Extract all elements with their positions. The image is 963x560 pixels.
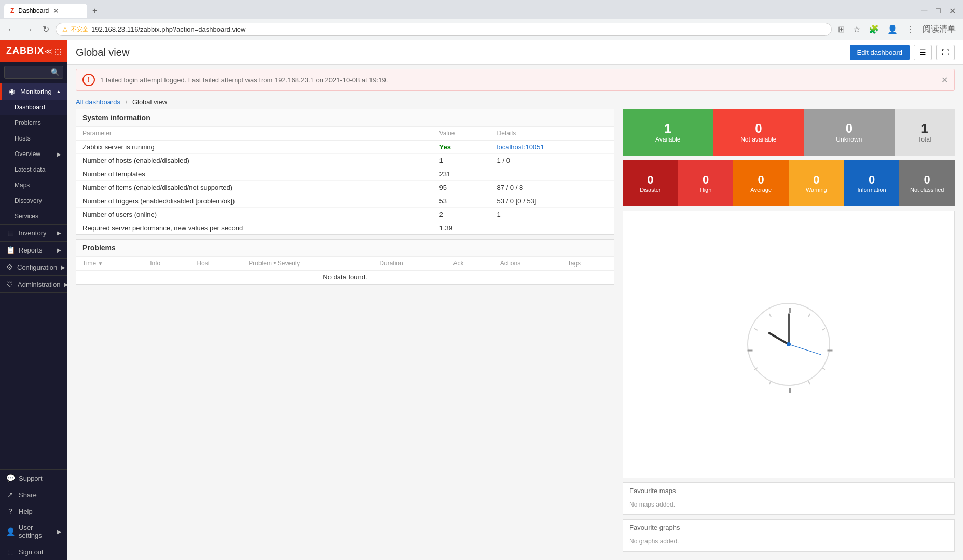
bookmark-button[interactable]: ☆	[850, 22, 863, 37]
logo-text: ZABBIX	[6, 46, 44, 57]
nav-administration-label: Administration	[18, 281, 60, 288]
nav-latest-data-label: Latest data	[15, 166, 45, 173]
table-row: Number of hosts (enabled/disabled)11 / 0	[76, 154, 614, 167]
translate-button[interactable]: ⊞	[835, 22, 848, 37]
minute-hand	[788, 313, 790, 344]
sort-arrow: ▼	[98, 261, 103, 267]
fullscreen-button[interactable]: ⛶	[936, 45, 955, 60]
user-settings-chevron: ▶	[57, 529, 61, 535]
reports-chevron: ▶	[57, 247, 61, 253]
topbar: Global view Edit dashboard ☰ ⛶	[67, 40, 963, 65]
favourite-maps-title: Favourite maps	[629, 487, 948, 495]
problem-severity: 0 Disaster 0 High 0 Average 0 Warning	[623, 160, 955, 206]
details-cell: localhost:10051	[491, 141, 614, 154]
details-cell	[491, 221, 614, 235]
address-bar[interactable]: ⚠ 不安全 192.168.23.116/zabbix.php?action=d…	[56, 23, 832, 36]
nav-item-administration[interactable]: 🛡 Administration ▶	[0, 276, 67, 292]
table-row: Number of users (online)21	[76, 208, 614, 221]
nav-item-maps[interactable]: Maps	[0, 177, 67, 193]
menu-button[interactable]: ⋮	[903, 22, 917, 37]
nav-item-sign-out[interactable]: ⬚ Sign out	[0, 543, 67, 560]
table-row: Zabbix server is runningYeslocalhost:100…	[76, 141, 614, 154]
profile-button[interactable]: 👤	[884, 22, 901, 37]
tab-bar: Z Dashboard ✕ + ─ □ ✕	[0, 0, 963, 19]
param-cell: Number of users (online)	[76, 208, 433, 221]
details-cell: 1	[491, 208, 614, 221]
value-cell: Yes	[433, 141, 491, 154]
nav-item-support[interactable]: 💬 Support	[0, 470, 67, 486]
ps-information-cell: 0 Information	[844, 160, 900, 206]
breadcrumb-all-dashboards[interactable]: All dashboards	[76, 98, 120, 106]
refresh-button[interactable]: ↻	[39, 22, 52, 36]
details-cell: 87 / 0 / 8	[491, 181, 614, 194]
details-cell	[491, 167, 614, 181]
sysinfo-table: Parameter Value Details Zabbix server is…	[76, 127, 614, 234]
col-tags: Tags	[561, 257, 614, 271]
nav-item-hosts[interactable]: Hosts	[0, 131, 67, 146]
col-problem-severity: Problem • Severity	[242, 257, 373, 271]
nav-item-latest-data[interactable]: Latest data	[0, 162, 67, 177]
ha-not-available-count: 0	[755, 121, 762, 136]
search-button[interactable]: 🔍	[48, 66, 63, 78]
favourite-maps-panel: Favourite maps No maps added.	[623, 482, 955, 515]
nav-item-reports[interactable]: 📋 Reports ▶	[0, 242, 67, 258]
collapse-sidebar-button[interactable]: ≪	[45, 47, 52, 55]
ha-total-cell: 1 Total	[895, 109, 955, 156]
reader-mode-button[interactable]: 阅读清单	[919, 22, 959, 37]
nav-item-inventory[interactable]: ▤ Inventory ▶	[0, 225, 67, 241]
alert-banner: ! 1 failed login attempt logged. Last fa…	[76, 69, 955, 91]
second-hand	[789, 344, 821, 355]
value-cell: 53	[433, 194, 491, 208]
col-host: Host	[190, 257, 242, 271]
restore-button[interactable]: □	[932, 4, 944, 18]
favourite-graphs-empty: No graphs added.	[629, 536, 948, 547]
nav-item-services[interactable]: Services	[0, 208, 67, 224]
table-row: Required server performance, new values …	[76, 221, 614, 235]
search-input[interactable]	[5, 67, 48, 78]
col-info: Info	[144, 257, 190, 271]
col-time[interactable]: Time ▼	[76, 257, 144, 271]
inventory-chevron: ▶	[57, 230, 61, 236]
nav-item-dashboard[interactable]: Dashboard	[0, 100, 67, 115]
content-area: System information Parameter Value Detai…	[67, 109, 963, 560]
param-cell: Zabbix server is running	[76, 141, 433, 154]
forward-button[interactable]: →	[22, 23, 36, 36]
new-tab-button[interactable]: +	[89, 3, 100, 19]
nav-item-monitoring[interactable]: ◉ Monitoring ▲	[0, 83, 67, 100]
back-button[interactable]: ←	[4, 23, 19, 36]
reports-icon: 📋	[6, 246, 15, 254]
col-duration: Duration	[373, 257, 447, 271]
nav-item-help[interactable]: ? Help	[0, 503, 67, 520]
alert-warning-icon: !	[82, 74, 95, 86]
nav-item-user-settings[interactable]: 👤 User settings ▶	[0, 520, 67, 543]
alert-close-button[interactable]: ✕	[941, 75, 948, 85]
page-title: Global view	[76, 47, 129, 59]
minimize-button[interactable]: ─	[918, 4, 930, 18]
extensions-button[interactable]: 🧩	[865, 22, 882, 37]
clock-center	[787, 342, 791, 346]
kiosk-mode-button[interactable]: ⬚	[54, 47, 61, 55]
close-window-button[interactable]: ✕	[946, 4, 959, 18]
monitoring-chevron: ▲	[56, 89, 61, 94]
nav-problems-label: Problems	[15, 119, 41, 127]
nav-reports-section: 📋 Reports ▶	[0, 242, 67, 259]
nav-item-configuration[interactable]: ⚙ Configuration ▶	[0, 259, 67, 275]
ps-information-count: 0	[869, 173, 875, 187]
ps-high-label: High	[700, 187, 712, 193]
nav-hosts-label: Hosts	[15, 135, 31, 142]
breadcrumb-separator: /	[126, 98, 128, 106]
nav-item-share[interactable]: ↗ Share	[0, 486, 67, 503]
nav-item-overview[interactable]: Overview ▶	[0, 146, 67, 162]
nav-item-discovery[interactable]: Discovery	[0, 193, 67, 208]
value-cell: 95	[433, 181, 491, 194]
tab-close-button[interactable]: ✕	[53, 7, 59, 15]
ps-warning-count: 0	[813, 173, 819, 187]
edit-dashboard-button[interactable]: Edit dashboard	[850, 45, 910, 60]
list-view-button[interactable]: ☰	[914, 45, 932, 60]
ha-not-available-cell: 0 Not available	[713, 109, 804, 156]
ps-disaster-label: Disaster	[640, 187, 661, 193]
problems-panel: Problems Time ▼ Info Host Problem • Seve…	[76, 239, 614, 285]
nav-item-problems[interactable]: Problems	[0, 115, 67, 131]
favourite-maps-empty: No maps added.	[629, 499, 948, 510]
nav-configuration-label: Configuration	[17, 263, 57, 271]
